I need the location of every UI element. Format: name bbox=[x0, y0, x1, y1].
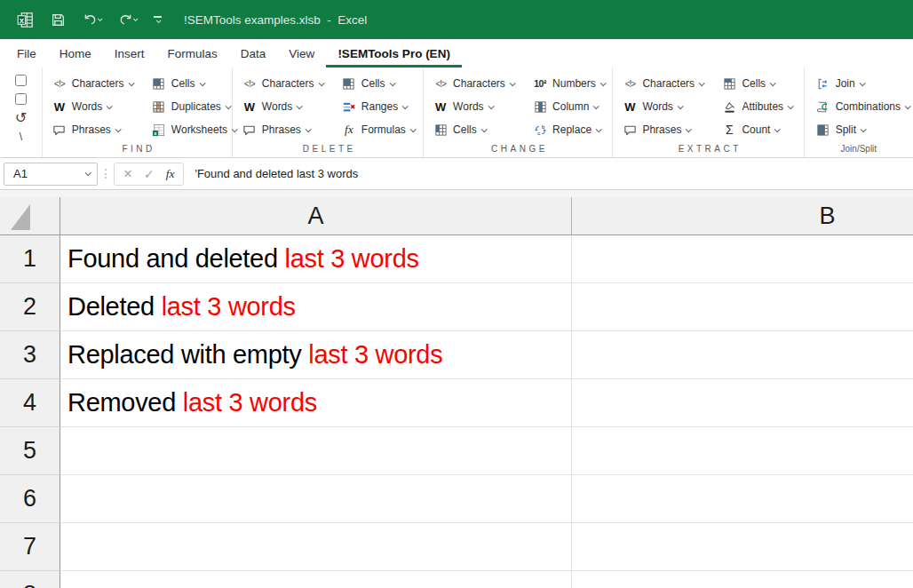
group-label-join-split: Join/Split bbox=[805, 144, 913, 154]
extract-phrases-button[interactable]: Phrases bbox=[622, 118, 721, 141]
numbers-icon: 10² bbox=[532, 76, 548, 91]
tab-insert[interactable]: Insert bbox=[103, 42, 156, 68]
delete-cells-button[interactable]: Cells bbox=[341, 72, 423, 95]
extract-characters-button[interactable]: <!> Characters bbox=[622, 72, 721, 95]
formula-input[interactable]: 'Found and deleted last 3 words bbox=[195, 167, 358, 180]
row-header-5[interactable]: 5 bbox=[0, 427, 60, 475]
change-numbers-button[interactable]: 10² Numbers bbox=[532, 72, 612, 95]
cell-B4[interactable] bbox=[572, 379, 913, 427]
excel-app-icon[interactable]: X bbox=[12, 7, 38, 32]
tab-formulas[interactable]: Formulas bbox=[156, 42, 229, 68]
checkbox-button-1[interactable] bbox=[15, 75, 27, 86]
chevron-down-icon bbox=[788, 103, 794, 109]
change-words-button[interactable]: W Words bbox=[433, 95, 532, 118]
group-label-delete: DELETE bbox=[233, 144, 423, 154]
cell-B2[interactable] bbox=[572, 283, 913, 331]
split-button[interactable]: Split bbox=[815, 118, 913, 141]
tab-file[interactable]: File bbox=[5, 42, 48, 68]
undo-button[interactable] bbox=[78, 7, 106, 32]
delete-words-button[interactable]: W Words bbox=[242, 95, 341, 118]
find-worksheets-button[interactable]: x Worksheets bbox=[151, 118, 240, 141]
save-button[interactable] bbox=[46, 7, 70, 32]
delete-characters-button[interactable]: <!> Characters bbox=[242, 72, 341, 95]
undo-small-button[interactable]: ↺ bbox=[15, 112, 27, 124]
extract-attributes-button[interactable]: Attibutes bbox=[721, 95, 803, 118]
combinations-button[interactable]: Combinations bbox=[815, 95, 913, 118]
cell-B1[interactable] bbox=[572, 235, 913, 283]
cell-A3[interactable]: Replaced with empty last 3 words bbox=[60, 331, 572, 379]
row-header-6[interactable]: 6 bbox=[0, 475, 60, 523]
row-header-3[interactable]: 3 bbox=[0, 331, 60, 379]
extract-cells-button[interactable]: Cells bbox=[721, 72, 803, 95]
join-button[interactable]: Join bbox=[815, 72, 913, 95]
chevron-down-icon bbox=[774, 126, 781, 132]
cell-A2[interactable]: Deleted last 3 words bbox=[60, 283, 572, 331]
row-header-4[interactable]: 4 bbox=[0, 379, 60, 427]
window-title: !SEMTools examples.xlsb - Excel bbox=[184, 13, 367, 27]
cell-A4[interactable]: Removed last 3 words bbox=[60, 379, 572, 427]
worksheets-icon: x bbox=[151, 123, 167, 137]
ribbon-tab-row: File Home Insert Formulas Data View !SEM… bbox=[0, 39, 913, 68]
characters-icon: <!> bbox=[242, 76, 258, 91]
cell-B7[interactable] bbox=[572, 523, 913, 571]
replace-icon: bc bbox=[532, 123, 548, 137]
row-header-1[interactable]: 1 bbox=[0, 235, 60, 283]
row-header-7[interactable]: 7 bbox=[0, 523, 60, 571]
chevron-down-icon bbox=[107, 103, 113, 109]
backslash-button[interactable]: \ bbox=[20, 131, 22, 142]
delete-ranges-button[interactable]: Ranges bbox=[341, 95, 423, 118]
cell-A7[interactable] bbox=[60, 523, 572, 571]
name-box[interactable]: A1 bbox=[4, 163, 98, 186]
tab-data[interactable]: Data bbox=[229, 42, 278, 68]
tab-semtools-pro[interactable]: !SEMTools Pro (EN) bbox=[326, 42, 462, 68]
undo-dropdown-chevron-icon[interactable] bbox=[98, 16, 103, 21]
cell-B8[interactable] bbox=[572, 571, 913, 588]
select-all-button[interactable] bbox=[0, 197, 60, 235]
cell-A6[interactable] bbox=[60, 475, 572, 523]
quick-access-toolbar: X bbox=[12, 7, 166, 32]
change-replace-button[interactable]: bc Replace bbox=[532, 118, 612, 141]
cancel-button[interactable]: × bbox=[123, 166, 132, 181]
attributes-icon bbox=[721, 99, 737, 114]
find-words-button[interactable]: W Words bbox=[52, 95, 151, 118]
cell-B6[interactable] bbox=[572, 475, 913, 523]
find-characters-button[interactable]: <!> Characters bbox=[52, 72, 151, 95]
find-duplicates-button[interactable]: Duplicates bbox=[151, 95, 240, 118]
extract-words-button[interactable]: W Words bbox=[622, 95, 721, 118]
ribbon-group-find: <!> Characters W Words Phrases bbox=[43, 68, 233, 157]
cell-A1[interactable]: Found and deleted last 3 words bbox=[60, 235, 572, 283]
checkbox-button-2[interactable] bbox=[15, 93, 27, 105]
tab-home[interactable]: Home bbox=[48, 42, 103, 68]
group-label-extract: EXTRACT bbox=[613, 144, 803, 154]
enter-button[interactable]: ✓ bbox=[144, 168, 155, 180]
find-cells-button[interactable]: Cells bbox=[151, 72, 240, 95]
ribbon: ↺ \ <!> Characters W Words Phrases bbox=[0, 68, 913, 158]
cell-B3[interactable] bbox=[572, 331, 913, 379]
redo-button[interactable] bbox=[114, 7, 141, 32]
title-bar: X bbox=[0, 0, 913, 39]
column-header-B[interactable]: B bbox=[572, 197, 913, 235]
cell-B5[interactable] bbox=[572, 427, 913, 475]
name-box-chevron-icon[interactable] bbox=[85, 170, 91, 176]
change-characters-button[interactable]: <!> Characters bbox=[433, 72, 532, 95]
tab-view[interactable]: View bbox=[277, 42, 326, 68]
phrases-icon bbox=[622, 123, 638, 137]
insert-function-button[interactable]: fx bbox=[166, 167, 175, 181]
chevron-down-icon bbox=[905, 103, 911, 109]
delete-formulas-button[interactable]: fx Formulas bbox=[341, 118, 423, 141]
extract-count-button[interactable]: Σ Count bbox=[721, 118, 803, 141]
chevron-down-icon bbox=[128, 80, 134, 86]
column-header-A[interactable]: A bbox=[60, 197, 572, 235]
find-phrases-button[interactable]: Phrases bbox=[52, 118, 151, 141]
redo-dropdown-chevron-icon[interactable] bbox=[133, 16, 139, 21]
row-header-8[interactable]: 8 bbox=[0, 571, 60, 588]
customize-quick-access-button[interactable] bbox=[149, 7, 166, 32]
row-header-2[interactable]: 2 bbox=[0, 283, 60, 331]
chevron-down-icon bbox=[306, 126, 312, 132]
delete-phrases-button[interactable]: Phrases bbox=[242, 118, 341, 141]
change-cells-button[interactable]: Cells bbox=[433, 118, 532, 141]
cell-A5[interactable] bbox=[60, 427, 572, 475]
column-icon bbox=[532, 99, 548, 114]
change-column-button[interactable]: Column bbox=[532, 95, 612, 118]
cell-A8[interactable] bbox=[60, 571, 572, 588]
